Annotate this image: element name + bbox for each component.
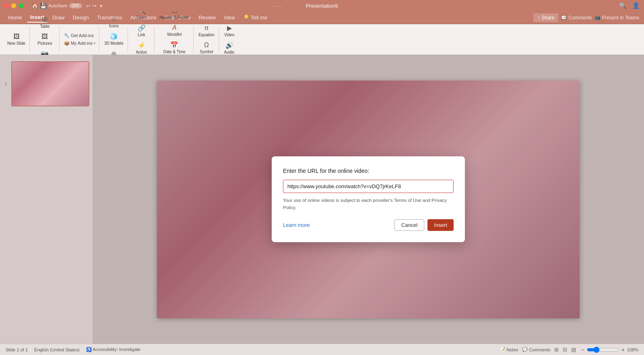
autosave-label: AutoSave [48, 3, 68, 8]
minimize-button[interactable] [11, 3, 16, 8]
autosave-toggle[interactable]: OFF [69, 3, 82, 8]
modal-overlay: Enter the URL for the online video: Your… [157, 81, 580, 318]
link-icon: 🔗 [138, 24, 146, 32]
3d-models-button[interactable]: 🧊 3D Models [102, 31, 126, 48]
symbol-button[interactable]: Ω Symbol [197, 40, 215, 56]
menu-item-tellme[interactable]: 💡 Tell me [240, 13, 270, 22]
home-icon[interactable]: 🏠 [31, 2, 38, 9]
menu-item-review[interactable]: Review [195, 13, 219, 22]
link-button[interactable]: 🔗 Link [134, 23, 150, 39]
teams-icon: 📺 [594, 15, 601, 21]
slide-number-label: 1 [5, 82, 7, 86]
datetime-icon: 📅 [170, 41, 178, 49]
zoom-in-button[interactable]: + [621, 347, 625, 353]
menubar-right: ↑ Share 💬 Comments 📺 Present in Teams [533, 13, 639, 22]
action-icon: ⚡ [138, 42, 146, 49]
table-button[interactable]: ⊞ Table [37, 14, 53, 31]
get-addins-icon: 🔧 [64, 33, 70, 38]
date-time-button[interactable]: 📅 Date & Time [161, 39, 188, 56]
modal-title: Enter the URL for the online video: [283, 168, 454, 174]
comments-icon: 💬 [561, 15, 567, 21]
video-button[interactable]: ▶ Video [221, 23, 237, 39]
slides-panel: 1 [0, 55, 93, 344]
statusbar: Slide 1 of 1 English (United States) ♿ A… [0, 344, 644, 355]
window-controls [4, 3, 23, 8]
language-info: English (United States) [34, 347, 80, 352]
autosave-group: 🏠 💾 AutoSave OFF ↩ ↪ ▾ [27, 2, 103, 9]
undo-icon[interactable]: ↩ [86, 3, 91, 9]
search-icon[interactable]: 🔍 [619, 2, 627, 9]
zoom-out-button[interactable]: − [580, 347, 585, 353]
accessibility-icon: ♿ [86, 347, 92, 352]
learn-more-link[interactable]: Learn more [283, 222, 310, 228]
maximize-button[interactable] [19, 3, 23, 8]
ribbon-group-addins: 🔧 Get Add-ins 📦 My Add-ins ▾ [60, 27, 99, 52]
symbol-icon: Ω [204, 42, 209, 49]
app-title: Presentation5 [306, 3, 338, 9]
user-icon[interactable]: 👤 [632, 2, 640, 9]
get-addins-button[interactable]: 🔧 Get Add-ins [62, 32, 97, 39]
pictures-button[interactable]: 🖼 Pictures [35, 31, 54, 48]
icons-button[interactable]: ☆ Icons [106, 14, 122, 30]
comments-button[interactable]: 💬 Comments [561, 15, 592, 21]
more-options-icon[interactable]: ▾ [100, 3, 103, 9]
statusbar-right: 📝 Notes 💬 Comments ⊞ ⊟ ▤ − + 108% [500, 347, 638, 353]
wordart-button[interactable]: A WordArt [165, 23, 184, 39]
canvas-area: Enter the URL for the online video: Your… [93, 55, 644, 344]
ribbon-group-illustrations: ⬟ Shapes ☆ Icons 🧊 3D Models ⊛ SmartArt … [100, 27, 128, 52]
cancel-button[interactable]: Cancel [394, 219, 424, 231]
addins-dropdown-arrow: ▾ [94, 42, 95, 45]
addins-group: 🔧 Get Add-ins 📦 My Add-ins ▾ [62, 32, 97, 47]
ribbon-group-media2: ▶ Video 🔊 Audio [220, 27, 239, 52]
ribbon: 🖼 New Slide ⊞ Table 🖼 Pictures 📷 Screens… [0, 24, 644, 55]
my-addins-button[interactable]: 📦 My Add-ins ▾ [62, 40, 97, 47]
slide-thumbnail-1[interactable]: 1 [11, 61, 89, 106]
save-icon[interactable]: 💾 [40, 2, 47, 9]
menubar: Home Insert Draw Design Transitions Anim… [0, 11, 644, 24]
table-icon: ⊞ [42, 16, 47, 23]
zoom-level: 108% [627, 347, 638, 352]
ribbon-group-links: 🔍 Zoom 🔗 Link ⚡ Action 💬 Comment [129, 27, 155, 52]
audio-button[interactable]: 🔊 Audio [221, 40, 237, 56]
equation-icon: π [204, 25, 208, 32]
modal-policy-note: Your use of online videos is subject to … [283, 197, 454, 211]
modal-actions: Cancel Insert [394, 219, 454, 231]
menu-item-home[interactable]: Home [5, 13, 25, 22]
action-button[interactable]: ⚡ Action [134, 40, 150, 56]
accessibility-info: ♿ Accessibility: Investigate [86, 347, 141, 352]
notes-icon: 📝 [500, 347, 506, 352]
present-teams-button[interactable]: 📺 Present in Teams [594, 15, 640, 21]
share-icon: ↑ [537, 15, 540, 21]
new-slide-button[interactable]: 🖼 New Slide [5, 31, 28, 48]
icons-icon: ☆ [111, 15, 117, 23]
slide-info: Slide 1 of 1 [6, 347, 28, 352]
equation-button[interactable]: π Equation [196, 23, 217, 39]
modal-footer: Learn more Cancel Insert [283, 219, 454, 231]
url-input[interactable] [283, 180, 454, 193]
menu-item-design[interactable]: Design [69, 13, 92, 22]
view-slides-icon[interactable]: ⊟ [563, 347, 567, 353]
close-button[interactable] [4, 3, 9, 8]
view-normal-icon[interactable]: ⊞ [554, 347, 559, 353]
insert-button[interactable]: Insert [427, 219, 454, 231]
pictures-icon: 🖼 [41, 33, 48, 40]
dots-menu[interactable]: ··· [274, 2, 283, 9]
slide-thumb-preview [12, 62, 89, 106]
audio-icon: 🔊 [225, 42, 233, 49]
main-area: 1 Enter the URL for the online video: Yo… [0, 55, 644, 344]
menu-item-view[interactable]: View [221, 13, 238, 22]
share-button[interactable]: ↑ Share [533, 13, 558, 22]
ribbon-group-slides: 🖼 New Slide [3, 27, 30, 52]
titlebar: 🏠 💾 AutoSave OFF ↩ ↪ ▾ ··· Presentation5… [0, 0, 644, 11]
zoom-slider[interactable] [587, 347, 619, 353]
slide-canvas: Enter the URL for the online video: Your… [157, 81, 580, 318]
comments-status-button[interactable]: 💬 Comments [522, 347, 550, 352]
redo-icon[interactable]: ↪ [92, 3, 97, 9]
tellme-icon: 💡 [243, 15, 250, 21]
new-slide-icon: 🖼 [13, 33, 20, 40]
view-reading-icon[interactable]: ▤ [571, 347, 576, 353]
wordart-icon: A [172, 24, 177, 31]
video-icon: ▶ [227, 24, 232, 32]
notes-button[interactable]: 📝 Notes [500, 347, 518, 352]
3d-icon: 🧊 [110, 33, 118, 40]
